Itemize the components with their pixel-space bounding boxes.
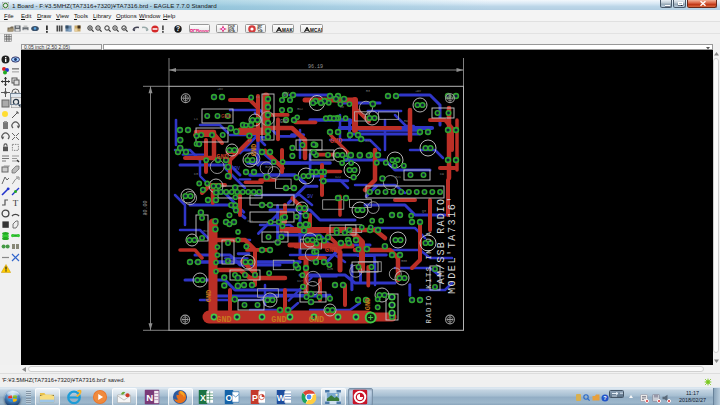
svg-text:L1: L1 xyxy=(194,117,198,121)
svg-text:AM/SSB RADIO: AM/SSB RADIO xyxy=(436,198,447,285)
svg-text:R21: R21 xyxy=(395,175,401,179)
svg-text:GND: GND xyxy=(205,290,213,303)
svg-text:GND: GND xyxy=(271,315,286,325)
svg-text:+9V: +9V xyxy=(415,89,421,93)
svg-text:C12: C12 xyxy=(365,139,371,143)
svg-text:GND: GND xyxy=(330,137,343,145)
svg-text:R9: R9 xyxy=(404,119,408,123)
svg-text:R3: R3 xyxy=(366,89,370,93)
svg-text:X: X xyxy=(200,393,206,403)
svg-text:R7: R7 xyxy=(248,139,252,143)
svg-text:GND: GND xyxy=(216,315,231,325)
svg-text:GND: GND xyxy=(325,246,338,254)
svg-text:R15: R15 xyxy=(265,165,271,169)
svg-text:C8: C8 xyxy=(340,105,344,109)
svg-text:96.19: 96.19 xyxy=(308,64,323,70)
svg-text:C22: C22 xyxy=(335,175,341,179)
svg-text:C17: C17 xyxy=(297,279,303,283)
svg-text:9V: 9V xyxy=(307,194,313,200)
svg-text:C25: C25 xyxy=(327,267,333,271)
svg-text:9V: 9V xyxy=(345,158,351,164)
svg-text:VR1: VR1 xyxy=(227,259,233,263)
svg-text:MODEL'TA7316': MODEL'TA7316' xyxy=(447,195,458,294)
svg-text:IC1: IC1 xyxy=(247,219,253,223)
svg-text:C9: C9 xyxy=(440,172,444,176)
svg-text:W: W xyxy=(276,393,285,403)
svg-text:R28: R28 xyxy=(363,269,369,273)
svg-text:R25: R25 xyxy=(349,229,355,233)
svg-text:GND: GND xyxy=(280,119,288,124)
svg-text:GND: GND xyxy=(309,315,324,325)
svg-text:C1: C1 xyxy=(256,95,260,99)
svg-text:GND: GND xyxy=(216,153,229,161)
svg-text:9V: 9V xyxy=(234,166,240,172)
svg-text:P: P xyxy=(252,393,258,403)
svg-text:GND: GND xyxy=(250,144,258,157)
svg-text:?: ? xyxy=(176,25,180,32)
svg-text:0V: 0V xyxy=(283,92,289,97)
svg-text:N: N xyxy=(146,392,153,403)
svg-text:Q3: Q3 xyxy=(422,209,426,213)
svg-text:GND: GND xyxy=(221,113,232,120)
svg-text:R12: R12 xyxy=(297,107,303,111)
svg-text:+6V: +6V xyxy=(217,87,223,91)
svg-text:C31: C31 xyxy=(273,239,279,243)
svg-text:R18: R18 xyxy=(203,229,209,233)
svg-text:R30: R30 xyxy=(401,259,407,263)
svg-text:O: O xyxy=(225,393,232,403)
svg-text:80.00: 80.00 xyxy=(143,200,149,215)
svg-text:C3: C3 xyxy=(194,172,198,176)
svg-text:RADIO KITS IN JA: RADIO KITS IN JA xyxy=(425,230,433,323)
svg-text:GND: GND xyxy=(364,298,372,311)
